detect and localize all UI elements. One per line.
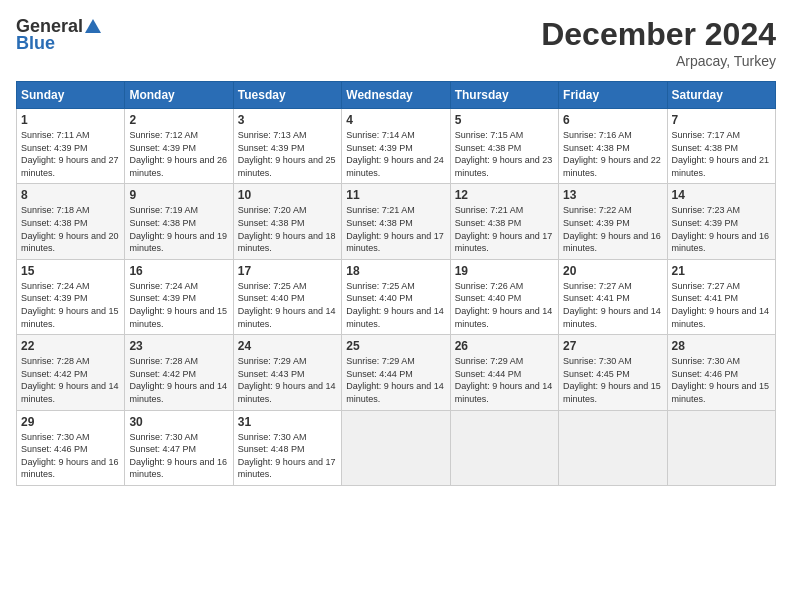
day-cell: 25Sunrise: 7:29 AM Sunset: 4:44 PM Dayli… — [342, 335, 450, 410]
day-info: Sunrise: 7:30 AM Sunset: 4:46 PM Dayligh… — [21, 431, 120, 481]
day-cell: 10Sunrise: 7:20 AM Sunset: 4:38 PM Dayli… — [233, 184, 341, 259]
day-info: Sunrise: 7:29 AM Sunset: 4:44 PM Dayligh… — [455, 355, 554, 405]
day-number: 30 — [129, 415, 228, 429]
day-info: Sunrise: 7:27 AM Sunset: 4:41 PM Dayligh… — [563, 280, 662, 330]
day-cell: 30Sunrise: 7:30 AM Sunset: 4:47 PM Dayli… — [125, 410, 233, 485]
empty-day-cell — [559, 410, 667, 485]
day-cell: 15Sunrise: 7:24 AM Sunset: 4:39 PM Dayli… — [17, 259, 125, 334]
weekday-header: Saturday — [667, 82, 775, 109]
day-number: 1 — [21, 113, 120, 127]
day-cell: 14Sunrise: 7:23 AM Sunset: 4:39 PM Dayli… — [667, 184, 775, 259]
title-area: December 2024 Arpacay, Turkey — [541, 16, 776, 69]
empty-day-cell — [667, 410, 775, 485]
day-cell: 22Sunrise: 7:28 AM Sunset: 4:42 PM Dayli… — [17, 335, 125, 410]
calendar-table: SundayMondayTuesdayWednesdayThursdayFrid… — [16, 81, 776, 486]
calendar-row: 29Sunrise: 7:30 AM Sunset: 4:46 PM Dayli… — [17, 410, 776, 485]
day-number: 10 — [238, 188, 337, 202]
day-cell: 29Sunrise: 7:30 AM Sunset: 4:46 PM Dayli… — [17, 410, 125, 485]
weekday-header: Monday — [125, 82, 233, 109]
day-info: Sunrise: 7:30 AM Sunset: 4:47 PM Dayligh… — [129, 431, 228, 481]
day-info: Sunrise: 7:24 AM Sunset: 4:39 PM Dayligh… — [129, 280, 228, 330]
day-cell: 26Sunrise: 7:29 AM Sunset: 4:44 PM Dayli… — [450, 335, 558, 410]
day-cell: 6Sunrise: 7:16 AM Sunset: 4:38 PM Daylig… — [559, 109, 667, 184]
day-cell: 20Sunrise: 7:27 AM Sunset: 4:41 PM Dayli… — [559, 259, 667, 334]
day-info: Sunrise: 7:30 AM Sunset: 4:46 PM Dayligh… — [672, 355, 771, 405]
day-info: Sunrise: 7:11 AM Sunset: 4:39 PM Dayligh… — [21, 129, 120, 179]
day-info: Sunrise: 7:28 AM Sunset: 4:42 PM Dayligh… — [21, 355, 120, 405]
day-cell: 23Sunrise: 7:28 AM Sunset: 4:42 PM Dayli… — [125, 335, 233, 410]
day-cell: 5Sunrise: 7:15 AM Sunset: 4:38 PM Daylig… — [450, 109, 558, 184]
day-cell: 3Sunrise: 7:13 AM Sunset: 4:39 PM Daylig… — [233, 109, 341, 184]
day-number: 6 — [563, 113, 662, 127]
day-cell: 27Sunrise: 7:30 AM Sunset: 4:45 PM Dayli… — [559, 335, 667, 410]
day-info: Sunrise: 7:21 AM Sunset: 4:38 PM Dayligh… — [346, 204, 445, 254]
day-number: 2 — [129, 113, 228, 127]
day-info: Sunrise: 7:28 AM Sunset: 4:42 PM Dayligh… — [129, 355, 228, 405]
day-number: 14 — [672, 188, 771, 202]
day-number: 21 — [672, 264, 771, 278]
day-number: 26 — [455, 339, 554, 353]
day-cell: 13Sunrise: 7:22 AM Sunset: 4:39 PM Dayli… — [559, 184, 667, 259]
logo-triangle-icon — [85, 19, 101, 33]
day-info: Sunrise: 7:29 AM Sunset: 4:44 PM Dayligh… — [346, 355, 445, 405]
day-info: Sunrise: 7:18 AM Sunset: 4:38 PM Dayligh… — [21, 204, 120, 254]
day-info: Sunrise: 7:15 AM Sunset: 4:38 PM Dayligh… — [455, 129, 554, 179]
day-info: Sunrise: 7:20 AM Sunset: 4:38 PM Dayligh… — [238, 204, 337, 254]
day-info: Sunrise: 7:14 AM Sunset: 4:39 PM Dayligh… — [346, 129, 445, 179]
weekday-header: Friday — [559, 82, 667, 109]
day-cell: 24Sunrise: 7:29 AM Sunset: 4:43 PM Dayli… — [233, 335, 341, 410]
day-number: 9 — [129, 188, 228, 202]
day-cell: 19Sunrise: 7:26 AM Sunset: 4:40 PM Dayli… — [450, 259, 558, 334]
calendar-row: 22Sunrise: 7:28 AM Sunset: 4:42 PM Dayli… — [17, 335, 776, 410]
logo-blue: Blue — [16, 33, 55, 54]
day-cell: 8Sunrise: 7:18 AM Sunset: 4:38 PM Daylig… — [17, 184, 125, 259]
day-number: 5 — [455, 113, 554, 127]
day-number: 16 — [129, 264, 228, 278]
day-number: 8 — [21, 188, 120, 202]
day-info: Sunrise: 7:12 AM Sunset: 4:39 PM Dayligh… — [129, 129, 228, 179]
day-cell: 1Sunrise: 7:11 AM Sunset: 4:39 PM Daylig… — [17, 109, 125, 184]
weekday-header: Wednesday — [342, 82, 450, 109]
weekday-header: Sunday — [17, 82, 125, 109]
empty-day-cell — [342, 410, 450, 485]
day-cell: 21Sunrise: 7:27 AM Sunset: 4:41 PM Dayli… — [667, 259, 775, 334]
day-number: 25 — [346, 339, 445, 353]
day-number: 17 — [238, 264, 337, 278]
day-info: Sunrise: 7:25 AM Sunset: 4:40 PM Dayligh… — [346, 280, 445, 330]
day-info: Sunrise: 7:24 AM Sunset: 4:39 PM Dayligh… — [21, 280, 120, 330]
day-info: Sunrise: 7:21 AM Sunset: 4:38 PM Dayligh… — [455, 204, 554, 254]
day-number: 23 — [129, 339, 228, 353]
day-cell: 17Sunrise: 7:25 AM Sunset: 4:40 PM Dayli… — [233, 259, 341, 334]
empty-day-cell — [450, 410, 558, 485]
day-number: 24 — [238, 339, 337, 353]
day-number: 20 — [563, 264, 662, 278]
svg-marker-0 — [85, 19, 101, 33]
day-info: Sunrise: 7:29 AM Sunset: 4:43 PM Dayligh… — [238, 355, 337, 405]
day-cell: 4Sunrise: 7:14 AM Sunset: 4:39 PM Daylig… — [342, 109, 450, 184]
day-cell: 18Sunrise: 7:25 AM Sunset: 4:40 PM Dayli… — [342, 259, 450, 334]
weekday-header: Tuesday — [233, 82, 341, 109]
day-cell: 2Sunrise: 7:12 AM Sunset: 4:39 PM Daylig… — [125, 109, 233, 184]
day-cell: 16Sunrise: 7:24 AM Sunset: 4:39 PM Dayli… — [125, 259, 233, 334]
day-number: 18 — [346, 264, 445, 278]
day-number: 7 — [672, 113, 771, 127]
day-info: Sunrise: 7:27 AM Sunset: 4:41 PM Dayligh… — [672, 280, 771, 330]
day-info: Sunrise: 7:30 AM Sunset: 4:48 PM Dayligh… — [238, 431, 337, 481]
calendar-row: 1Sunrise: 7:11 AM Sunset: 4:39 PM Daylig… — [17, 109, 776, 184]
day-info: Sunrise: 7:30 AM Sunset: 4:45 PM Dayligh… — [563, 355, 662, 405]
logo: General Blue — [16, 16, 101, 54]
day-number: 12 — [455, 188, 554, 202]
month-title: December 2024 — [541, 16, 776, 53]
day-number: 28 — [672, 339, 771, 353]
day-number: 13 — [563, 188, 662, 202]
day-cell: 31Sunrise: 7:30 AM Sunset: 4:48 PM Dayli… — [233, 410, 341, 485]
day-info: Sunrise: 7:26 AM Sunset: 4:40 PM Dayligh… — [455, 280, 554, 330]
day-info: Sunrise: 7:25 AM Sunset: 4:40 PM Dayligh… — [238, 280, 337, 330]
day-cell: 7Sunrise: 7:17 AM Sunset: 4:38 PM Daylig… — [667, 109, 775, 184]
weekday-header: Thursday — [450, 82, 558, 109]
day-number: 11 — [346, 188, 445, 202]
day-number: 29 — [21, 415, 120, 429]
day-number: 22 — [21, 339, 120, 353]
day-info: Sunrise: 7:19 AM Sunset: 4:38 PM Dayligh… — [129, 204, 228, 254]
calendar-row: 15Sunrise: 7:24 AM Sunset: 4:39 PM Dayli… — [17, 259, 776, 334]
